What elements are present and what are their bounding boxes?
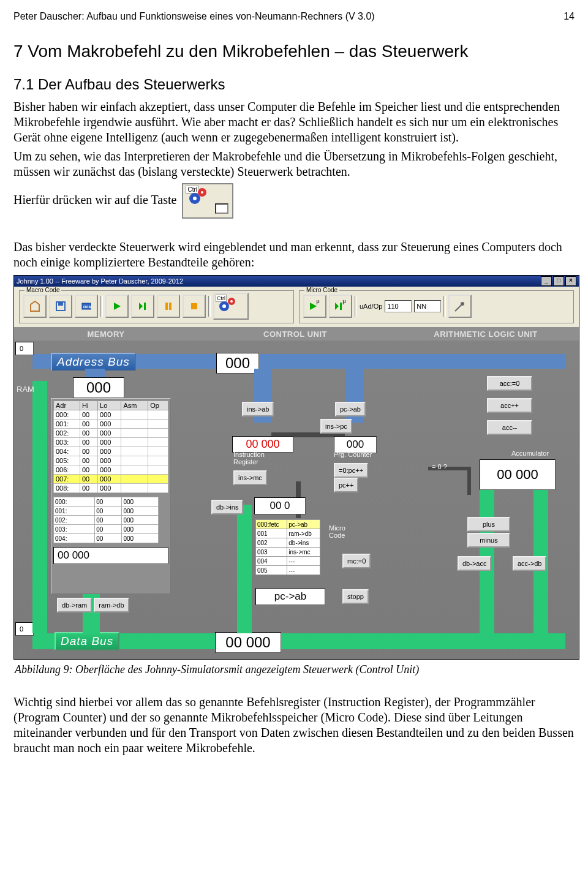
- pcpp-button[interactable]: pc++: [334, 478, 358, 492]
- minus-button[interactable]: minus: [467, 533, 510, 548]
- stop-button[interactable]: [183, 295, 206, 318]
- open-ram-button[interactable]: [23, 295, 47, 318]
- ins-to-pc-button[interactable]: ins->pc: [320, 419, 352, 434]
- acc-clear-button[interactable]: acc:=0: [487, 376, 532, 391]
- micro-code-table[interactable]: 000:fetcpc->ab001ram->db002db->ins003ins…: [255, 519, 320, 575]
- micro-step-button[interactable]: μ: [329, 295, 352, 318]
- acc-inc-button[interactable]: acc++: [487, 398, 532, 413]
- pc-to-ab-button[interactable]: pc->ab: [335, 402, 366, 416]
- column-control-unit-header: CONTROL UNIT: [198, 327, 393, 341]
- ir-db-value: 00 0: [254, 497, 306, 514]
- uad-op-label: uAd/Op: [360, 303, 382, 310]
- paragraph-5: Wichtig sind hierbei vor allem das so ge…: [13, 695, 575, 756]
- db-to-ram-button[interactable]: db->ram: [57, 598, 92, 612]
- settings-button[interactable]: [448, 295, 472, 318]
- micro-code-label: Micro Code: [329, 524, 352, 539]
- paragraph-2: Um zu sehen, wie das Interpretieren der …: [13, 149, 575, 179]
- maximize-button[interactable]: □: [553, 276, 564, 286]
- svg-rect-12: [169, 303, 172, 310]
- db-to-ins-button[interactable]: db->ins: [211, 500, 243, 514]
- figure-caption: Abbildung 9: Oberfläche des Johnny-Simul…: [15, 663, 573, 676]
- micro-code-current: pc->ab: [255, 588, 325, 605]
- ir-label: Instruction Register: [233, 451, 288, 465]
- close-button[interactable]: ×: [565, 276, 576, 286]
- heading-2: 7.1 Der Aufbau des Steuerwerks: [13, 76, 575, 93]
- accumulator-value: 00 000: [480, 459, 556, 490]
- heading-1: 7 Vom Makrobefehl zu den Mikrobefehlen –…: [13, 42, 575, 61]
- mc-reset-button[interactable]: mc:=0: [342, 554, 371, 568]
- address-bus-input[interactable]: 0: [15, 342, 34, 355]
- svg-text:RAM: RAM: [83, 305, 92, 309]
- db-to-acc-button[interactable]: db->acc: [458, 556, 491, 571]
- reset-button[interactable]: RAM: [75, 295, 98, 318]
- acc-to-db-button[interactable]: acc->db: [513, 556, 546, 571]
- step-button[interactable]: [131, 295, 154, 318]
- ram-bottom-value: 00 000: [53, 547, 168, 564]
- ram-table[interactable]: AdrHiLoAsmOp 000:00000001:00000002:00000…: [53, 401, 168, 493]
- svg-marker-8: [114, 303, 121, 310]
- paragraph-4: Das bisher verdeckte Steuerwerk wird ein…: [13, 239, 575, 270]
- svg-point-15: [222, 304, 226, 308]
- svg-rect-11: [165, 303, 168, 310]
- plus-button[interactable]: plus: [467, 517, 510, 532]
- ins-to-mc-button[interactable]: ins->mc: [233, 470, 267, 485]
- titlebar: Johnny 1.00 -- Freeware by Peter Dausche…: [14, 276, 579, 287]
- save-ram-button[interactable]: [49, 295, 72, 318]
- svg-rect-10: [144, 303, 146, 310]
- column-memory-header: MEMORY: [14, 327, 198, 341]
- svg-marker-19: [335, 303, 339, 310]
- nn-field[interactable]: NN: [414, 300, 441, 312]
- micro-play-button[interactable]: μ: [303, 295, 326, 318]
- paragraph-1: Bisher haben wir einfach akzeptiert, das…: [13, 99, 575, 145]
- svg-point-21: [461, 302, 464, 306]
- simulator-window: Johnny 1.00 -- Freeware by Peter Dausche…: [13, 275, 579, 660]
- toggle-control-unit-button[interactable]: Ctrl: [213, 293, 249, 320]
- minimize-button[interactable]: _: [541, 276, 552, 286]
- data-bus-label: Data Bus: [55, 632, 119, 650]
- uad-op-field[interactable]: 110: [385, 300, 412, 312]
- page-number: 14: [564, 11, 575, 22]
- ram-cache-table: 000:00000001:00000002:00000003:00000004:…: [53, 497, 159, 543]
- ir-value: 00 000: [232, 436, 293, 453]
- svg-point-17: [230, 300, 233, 303]
- doc-header: Peter Dauscher: Aufbau und Funktionsweis…: [13, 11, 375, 22]
- data-bus-value: 00 000: [215, 632, 281, 653]
- data-bus-input[interactable]: 0: [15, 622, 34, 636]
- stopp-button[interactable]: stopp: [342, 589, 369, 604]
- window-title: Johnny 1.00 -- Freeware by Peter Dausche…: [17, 277, 183, 285]
- paragraph-3: Hierfür drücken wir auf die Taste Ctrl: [13, 183, 575, 219]
- svg-rect-13: [191, 303, 197, 309]
- ram-to-db-button[interactable]: ram->db: [94, 598, 129, 612]
- ram-address-value: 000: [73, 377, 124, 398]
- svg-rect-20: [340, 303, 342, 310]
- is-zero-label: = 0 ?: [432, 463, 447, 470]
- reveal-control-unit-button[interactable]: Ctrl: [182, 183, 233, 219]
- micro-code-legend: Micro Code: [304, 287, 339, 293]
- ins-to-ab-button[interactable]: ins->ab: [242, 402, 274, 416]
- pc-label: Prg. Counter: [334, 451, 372, 458]
- svg-marker-9: [139, 303, 143, 310]
- ram-label: RAM: [17, 385, 34, 394]
- macro-code-legend: Macro Code: [24, 287, 61, 293]
- svg-rect-5: [58, 303, 63, 306]
- pause-button[interactable]: [157, 295, 180, 318]
- toolbar: Macro Code RAM Ctrl Micro Code μ: [14, 287, 579, 327]
- play-button[interactable]: [105, 295, 129, 318]
- eq0-pcpp-button[interactable]: =0:pc++: [334, 463, 368, 478]
- acc-dec-button[interactable]: acc--: [487, 420, 532, 435]
- address-bus-value: 000: [216, 353, 259, 374]
- column-alu-header: ARITHMETIC LOGIC UNIT: [393, 327, 579, 341]
- accumulator-label: Accumulator: [511, 450, 549, 457]
- svg-point-3: [201, 191, 203, 194]
